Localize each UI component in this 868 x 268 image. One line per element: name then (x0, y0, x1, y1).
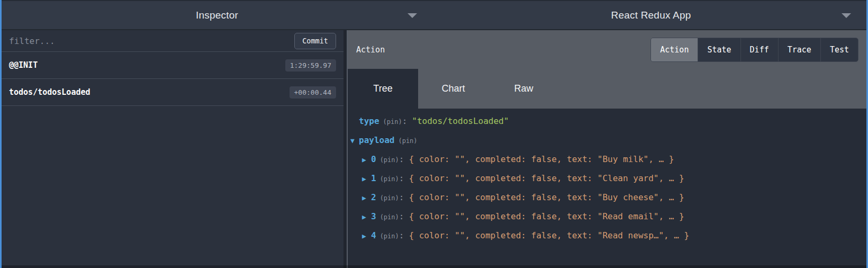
tree-row-item-2: ▶2(pin):{ color: "", completed: false, t… (348, 188, 866, 207)
tab-state[interactable]: State (698, 38, 740, 61)
expand-arrow-icon[interactable]: ▶ (362, 189, 371, 208)
top-bar: Inspector React Redux App (0, 0, 868, 30)
action-name: @@INIT (9, 60, 38, 70)
tree-row-item-3: ▶3(pin):{ color: "", completed: false, t… (348, 207, 866, 226)
panel-resize-handle[interactable] (343, 30, 348, 268)
inspector-monitor-label: Inspector (196, 10, 238, 21)
action-time-badge: +00:00.44 (290, 86, 336, 99)
tree-row-item-4: ▶4(pin):{ color: "", completed: false, t… (348, 226, 866, 245)
commit-button[interactable]: Commit (294, 33, 336, 49)
detail-panel-title: Action (356, 45, 385, 55)
expand-arrow-icon[interactable]: ▶ (362, 208, 371, 227)
instance-label: React Redux App (611, 10, 691, 21)
pin-link[interactable]: (pin) (380, 233, 399, 240)
pin-link[interactable]: (pin) (380, 175, 399, 183)
action-row-todos-loaded[interactable]: todos/todosLoaded +00:00.44 (2, 79, 343, 106)
filter-input[interactable] (2, 30, 294, 51)
detail-panel-header: Action Action State Diff Trace Test (348, 30, 866, 69)
tree-string-value: "todos/todosLoaded" (412, 116, 509, 126)
tab-diff[interactable]: Diff (740, 38, 778, 61)
action-name: todos/todosLoaded (9, 87, 91, 97)
tree-row-type: type(pin):"todos/todosLoaded" (348, 112, 866, 131)
pin-link[interactable]: (pin) (383, 118, 402, 126)
colon: : (399, 192, 404, 202)
object-preview: { color: "", completed: false, text: "Cl… (409, 173, 684, 183)
expand-arrow-icon[interactable]: ▶ (362, 227, 371, 246)
colon: : (402, 116, 408, 126)
object-preview: { color: "", completed: false, text: "Bu… (409, 154, 674, 164)
tree-row-payload: ▼payload(pin) (348, 131, 866, 150)
pin-link[interactable]: (pin) (380, 194, 399, 202)
pin-link[interactable]: (pin) (380, 156, 399, 164)
action-json-tree: type(pin):"todos/todosLoaded" ▼payload(p… (348, 109, 866, 245)
expand-arrow-icon[interactable]: ▶ (362, 150, 371, 169)
tree-key[interactable]: type (359, 116, 379, 126)
colon: : (399, 173, 404, 183)
tree-key[interactable]: 2 (371, 192, 376, 202)
subtab-chart[interactable]: Chart (418, 69, 489, 109)
window-left-edge (0, 0, 2, 268)
tree-key[interactable]: payload (359, 135, 394, 145)
tree-row-item-0: ▶0(pin):{ color: "", completed: false, t… (348, 150, 866, 169)
expand-arrow-icon[interactable]: ▶ (362, 169, 371, 189)
action-detail-panel: Action Action State Diff Trace Test Tree… (348, 30, 866, 268)
chevron-down-icon (842, 13, 851, 18)
view-subtab-bar: Tree Chart Raw (348, 69, 866, 109)
chevron-down-icon (408, 13, 417, 18)
subtab-raw[interactable]: Raw (489, 69, 559, 109)
action-row-init[interactable]: @@INIT 1:29:59.97 (2, 52, 343, 79)
action-time-badge: 1:29:59.97 (285, 59, 336, 72)
tab-trace[interactable]: Trace (778, 38, 820, 61)
subtab-tree[interactable]: Tree (348, 69, 418, 109)
filter-row: Commit (2, 30, 343, 52)
action-list-panel: Commit @@INIT 1:29:59.97 todos/todosLoad… (2, 30, 343, 268)
redux-devtools-window: Inspector React Redux App Commit @@INIT … (0, 0, 868, 268)
window-bottom-edge (0, 265, 868, 268)
object-preview: { color: "", completed: false, text: "Bu… (409, 192, 684, 202)
tab-test[interactable]: Test (820, 38, 858, 61)
colon: : (399, 230, 404, 240)
tree-key[interactable]: 3 (371, 211, 376, 221)
tree-key[interactable]: 0 (371, 154, 376, 164)
colon: : (399, 154, 404, 164)
pin-link[interactable]: (pin) (398, 137, 417, 145)
tree-key[interactable]: 4 (371, 230, 376, 240)
colon: : (399, 211, 404, 221)
collapse-arrow-icon[interactable]: ▼ (350, 131, 359, 150)
detail-tab-group: Action State Diff Trace Test (650, 38, 858, 62)
tab-action[interactable]: Action (651, 38, 698, 61)
instance-select[interactable]: React Redux App (434, 1, 868, 29)
object-preview: { color: "", completed: false, text: "Re… (409, 211, 684, 221)
tree-row-item-1: ▶1(pin):{ color: "", completed: false, t… (348, 169, 866, 188)
object-preview: { color: "", completed: false, text: "Re… (409, 230, 689, 240)
inspector-monitor-select[interactable]: Inspector (0, 1, 434, 29)
tree-key[interactable]: 1 (371, 173, 376, 183)
pin-link[interactable]: (pin) (380, 213, 399, 221)
